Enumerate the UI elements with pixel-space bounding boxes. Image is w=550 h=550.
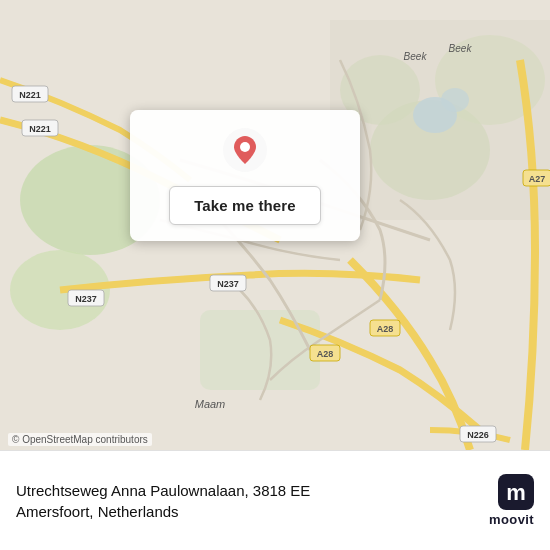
svg-text:A28: A28 — [377, 324, 394, 334]
svg-text:Maam: Maam — [195, 398, 226, 410]
moovit-wordmark: moovit — [489, 512, 534, 527]
moovit-logo: m moovit — [464, 474, 534, 527]
svg-text:N226: N226 — [467, 430, 489, 440]
svg-text:A28: A28 — [317, 349, 334, 359]
svg-point-31 — [240, 142, 250, 152]
svg-rect-6 — [200, 310, 320, 390]
svg-text:Beek: Beek — [449, 43, 473, 54]
address-line1: Utrechtseweg Anna Paulownalaan, 3818 EE … — [16, 480, 464, 522]
svg-text:N221: N221 — [29, 124, 51, 134]
svg-text:N237: N237 — [217, 279, 239, 289]
svg-text:m: m — [506, 480, 526, 505]
info-bar: Utrechtseweg Anna Paulownalaan, 3818 EE … — [0, 450, 550, 550]
map-container: N221 N221 N237 N237 A28 A28 A27 N226 Maa… — [0, 0, 550, 450]
location-overlay-card: Take me there — [130, 110, 360, 241]
map-pin-icon — [223, 128, 267, 172]
address-text: Utrechtseweg Anna Paulownalaan, 3818 EE … — [16, 480, 464, 522]
svg-text:N221: N221 — [19, 90, 41, 100]
svg-text:Beek: Beek — [404, 51, 428, 62]
take-me-there-button[interactable]: Take me there — [169, 186, 321, 225]
svg-text:N237: N237 — [75, 294, 97, 304]
osm-attribution: © OpenStreetMap contributors — [8, 433, 152, 446]
moovit-icon: m — [498, 474, 534, 510]
svg-text:A27: A27 — [529, 174, 546, 184]
